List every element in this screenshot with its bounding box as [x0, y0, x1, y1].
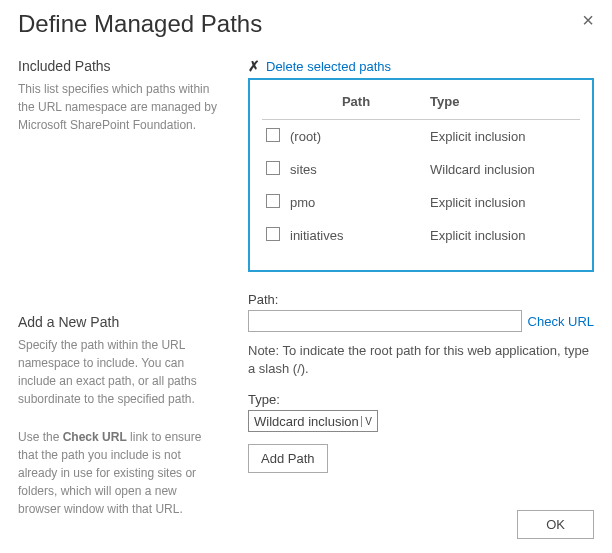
- add-path-desc-1: Specify the path within the URL namespac…: [18, 336, 218, 408]
- type-label: Type:: [248, 392, 594, 407]
- row-path: (root): [286, 120, 426, 154]
- row-path: pmo: [286, 186, 426, 219]
- row-type: Explicit inclusion: [426, 186, 580, 219]
- close-icon[interactable]: ×: [582, 10, 594, 30]
- path-input[interactable]: [248, 310, 522, 332]
- col-header-path: Path: [286, 88, 426, 120]
- col-header-type: Type: [426, 88, 580, 120]
- row-path: sites: [286, 153, 426, 186]
- table-row: (root) Explicit inclusion: [262, 120, 580, 154]
- delete-icon: ✗: [248, 58, 260, 74]
- row-type: Explicit inclusion: [426, 120, 580, 154]
- chevron-down-icon: V: [361, 416, 375, 427]
- included-paths-desc: This list specifies which paths within t…: [18, 80, 218, 134]
- paths-table-container: Path Type (root) Explicit inclusion site…: [248, 78, 594, 272]
- row-checkbox[interactable]: [266, 227, 280, 241]
- row-type: Explicit inclusion: [426, 219, 580, 252]
- row-checkbox[interactable]: [266, 128, 280, 142]
- page-title: Define Managed Paths: [18, 10, 262, 38]
- add-path-button[interactable]: Add Path: [248, 444, 328, 473]
- add-path-desc-2: Use the Check URL link to ensure that th…: [18, 428, 218, 518]
- ok-button[interactable]: OK: [517, 510, 594, 539]
- type-select[interactable]: Wildcard inclusion V: [248, 410, 378, 432]
- add-path-heading: Add a New Path: [18, 314, 218, 330]
- row-checkbox[interactable]: [266, 161, 280, 175]
- delete-selected-link[interactable]: Delete selected paths: [266, 59, 391, 74]
- check-url-link[interactable]: Check URL: [528, 314, 594, 329]
- table-row: sites Wildcard inclusion: [262, 153, 580, 186]
- row-type: Wildcard inclusion: [426, 153, 580, 186]
- type-select-value: Wildcard inclusion: [251, 414, 361, 429]
- row-path: initiatives: [286, 219, 426, 252]
- row-checkbox[interactable]: [266, 194, 280, 208]
- table-row: initiatives Explicit inclusion: [262, 219, 580, 252]
- path-label: Path:: [248, 292, 594, 307]
- table-row: pmo Explicit inclusion: [262, 186, 580, 219]
- path-note: Note: To indicate the root path for this…: [248, 342, 594, 378]
- included-paths-heading: Included Paths: [18, 58, 218, 74]
